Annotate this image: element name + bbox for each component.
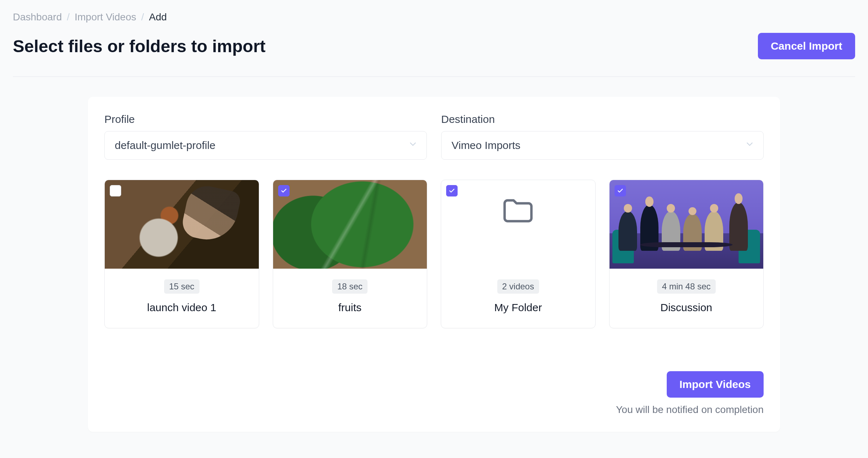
folder-icon bbox=[497, 193, 539, 229]
import-videos-button[interactable]: Import Videos bbox=[667, 371, 764, 398]
breadcrumb: Dashboard / Import Videos / Add bbox=[13, 11, 855, 23]
item-meta-badge: 15 sec bbox=[164, 279, 199, 294]
item-thumbnail bbox=[610, 180, 764, 269]
breadcrumb-item-add: Add bbox=[149, 11, 167, 23]
item-tile[interactable]: 4 min 48 sec Discussion bbox=[609, 180, 764, 328]
profile-group: Profile default-gumlet-profile bbox=[104, 113, 427, 160]
profile-value: default-gumlet-profile bbox=[115, 139, 216, 151]
item-checkbox[interactable] bbox=[446, 185, 458, 196]
item-checkbox[interactable] bbox=[615, 185, 626, 196]
item-title: fruits bbox=[280, 302, 420, 314]
check-icon bbox=[281, 188, 287, 194]
item-title: launch video 1 bbox=[112, 302, 252, 314]
check-icon bbox=[449, 188, 455, 194]
breadcrumb-sep: / bbox=[67, 11, 70, 23]
breadcrumb-item-import-videos[interactable]: Import Videos bbox=[75, 11, 136, 23]
profile-label: Profile bbox=[104, 113, 427, 125]
profile-select[interactable]: default-gumlet-profile bbox=[104, 131, 427, 160]
breadcrumb-sep: / bbox=[141, 11, 144, 23]
item-thumbnail bbox=[441, 180, 595, 269]
item-thumbnail bbox=[105, 180, 259, 269]
item-tile[interactable]: 15 sec launch video 1 bbox=[104, 180, 259, 328]
item-title: My Folder bbox=[448, 302, 588, 314]
check-icon bbox=[617, 188, 623, 194]
destination-group: Destination Vimeo Imports bbox=[441, 113, 764, 160]
item-title: Discussion bbox=[617, 302, 756, 314]
destination-value: Vimeo Imports bbox=[452, 139, 521, 151]
item-meta-badge: 18 sec bbox=[332, 279, 368, 294]
page-title: Select files or folders to import bbox=[13, 36, 266, 56]
destination-label: Destination bbox=[441, 113, 764, 125]
item-checkbox[interactable] bbox=[110, 185, 121, 196]
item-tile[interactable]: 2 videos My Folder bbox=[441, 180, 596, 328]
item-meta-badge: 4 min 48 sec bbox=[657, 279, 716, 294]
chevron-down-icon bbox=[408, 139, 418, 152]
breadcrumb-item-dashboard[interactable]: Dashboard bbox=[13, 11, 62, 23]
cancel-import-button[interactable]: Cancel Import bbox=[758, 33, 855, 59]
chevron-down-icon bbox=[745, 139, 755, 152]
destination-select[interactable]: Vimeo Imports bbox=[441, 131, 764, 160]
import-card: Profile default-gumlet-profile Destinati… bbox=[88, 97, 780, 432]
item-meta-badge: 2 videos bbox=[497, 279, 539, 294]
item-thumbnail bbox=[273, 180, 427, 269]
items-grid: 15 sec launch video 1 18 sec fruits bbox=[104, 180, 764, 328]
item-tile[interactable]: 18 sec fruits bbox=[273, 180, 428, 328]
item-checkbox[interactable] bbox=[278, 185, 290, 196]
footer-note: You will be notified on completion bbox=[104, 404, 764, 415]
